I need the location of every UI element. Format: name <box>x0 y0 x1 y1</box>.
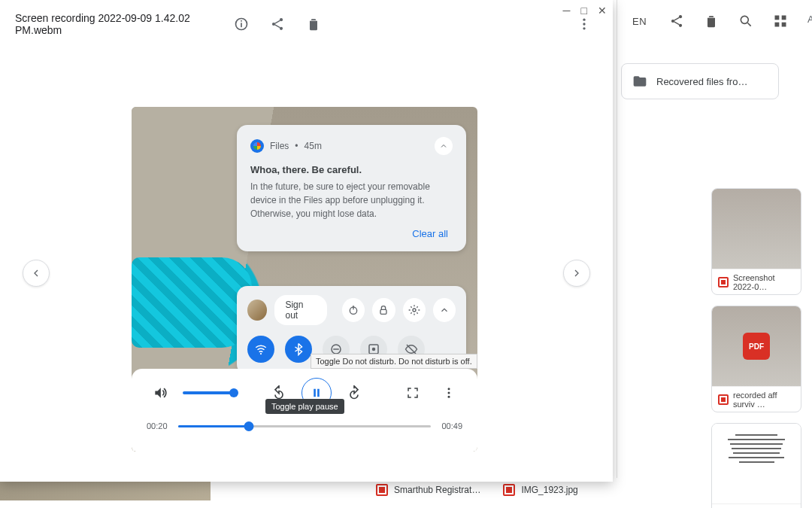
sort-icon[interactable]: AZ <box>807 14 812 29</box>
share-icon[interactable] <box>669 14 684 29</box>
info-button[interactable] <box>228 11 255 38</box>
language-badge[interactable]: EN <box>632 16 647 27</box>
notification-card: Files • 45m Whoa, there. Be careful. In … <box>237 125 466 251</box>
search-icon[interactable] <box>738 14 753 29</box>
viewer-header: Screen recording 2022-09-09 1.42.02 PM.w… <box>0 0 613 48</box>
play-pause-tooltip: Toggle play pause <box>265 399 344 414</box>
viewer-window-controls: ─ □ ✕ <box>563 5 607 17</box>
collapse-notification-button[interactable] <box>435 137 453 155</box>
svg-rect-30 <box>317 389 320 397</box>
file-thumb-aff-surviv[interactable]: aff surviv for robert.… <box>711 423 801 508</box>
thumb-label: Screenshot 2022-0… <box>733 273 795 291</box>
share-button[interactable] <box>264 11 291 38</box>
viewer-minimize-button[interactable]: ─ <box>563 5 571 17</box>
svg-point-23 <box>413 309 416 312</box>
video-frame: Files • 45m Whoa, there. Be careful. In … <box>132 107 477 452</box>
fullscreen-button[interactable] <box>399 379 426 406</box>
player-more-button[interactable] <box>435 379 462 406</box>
svg-rect-22 <box>380 309 386 314</box>
prev-media-button[interactable] <box>23 260 50 287</box>
files-app-icon <box>250 139 264 153</box>
expand-quick-settings-button[interactable] <box>433 298 456 322</box>
grid-view-icon[interactable] <box>773 14 788 29</box>
viewer-filename: Screen recording 2022-09-09 1.42.02 PM.w… <box>15 12 219 36</box>
user-avatar[interactable] <box>247 300 267 321</box>
svg-rect-6 <box>775 23 780 27</box>
image-file-icon <box>718 277 729 287</box>
svg-point-33 <box>448 396 450 398</box>
volume-slider[interactable] <box>183 391 234 394</box>
seek-duration: 00:49 <box>441 421 462 430</box>
svg-point-32 <box>448 392 450 394</box>
bluetooth-toggle[interactable] <box>285 336 312 363</box>
svg-point-19 <box>583 27 585 29</box>
svg-rect-12 <box>241 23 242 27</box>
svg-point-16 <box>280 27 283 30</box>
seek-current-time: 00:20 <box>147 421 168 430</box>
power-button[interactable] <box>342 298 365 322</box>
svg-rect-5 <box>782 16 786 20</box>
notification-title: Whoa, there. Be careful. <box>250 164 453 175</box>
svg-rect-13 <box>241 20 242 22</box>
notification-body: In the future, be sure to eject your rem… <box>250 180 453 221</box>
svg-point-24 <box>260 353 262 354</box>
sign-out-button[interactable]: Sign out <box>274 295 327 325</box>
seek-bar[interactable] <box>178 425 432 427</box>
pdf-badge-icon: PDF <box>743 333 770 360</box>
chip-label: Smarthub Registrat… <box>394 485 480 495</box>
image-file-icon <box>503 484 515 496</box>
wifi-toggle[interactable] <box>247 336 274 363</box>
file-thumb-screenshot[interactable]: Screenshot 2022-0… <box>711 188 801 295</box>
pdf-file-icon <box>376 484 388 496</box>
dot-separator: • <box>295 141 298 151</box>
svg-rect-29 <box>314 389 316 397</box>
svg-point-0 <box>679 15 682 18</box>
thumb-label: recorded aff surviv … <box>733 391 795 409</box>
viewer-maximize-button[interactable]: □ <box>581 5 587 17</box>
settings-gear-button[interactable] <box>403 298 426 322</box>
file-chip-smarthub[interactable]: Smarthub Registrat… <box>376 484 480 496</box>
svg-point-17 <box>583 19 585 21</box>
svg-point-31 <box>448 388 450 390</box>
pdf-file-icon <box>718 394 729 405</box>
files-content-area: Recovered files fro… <box>621 63 801 99</box>
thumbnail-column: Screenshot 2022-0… PDF recorded aff surv… <box>711 188 801 508</box>
seek-progress-fill <box>178 425 249 427</box>
svg-rect-7 <box>782 23 786 27</box>
forward-10-button[interactable] <box>341 379 368 406</box>
volume-button[interactable] <box>147 379 174 406</box>
notification-age: 45m <box>304 141 322 151</box>
svg-point-2 <box>679 24 682 27</box>
lock-button[interactable] <box>372 298 395 322</box>
svg-rect-26 <box>333 348 339 350</box>
folder-chip-label: Recovered files fro… <box>656 76 747 87</box>
file-chip-img1923[interactable]: IMG_1923.jpg <box>503 484 577 496</box>
next-media-button[interactable] <box>563 260 590 287</box>
svg-rect-4 <box>775 16 780 20</box>
delete-button[interactable] <box>300 11 327 38</box>
viewer-close-button[interactable]: ✕ <box>598 5 607 17</box>
delete-icon[interactable] <box>704 14 719 29</box>
clear-all-button[interactable]: Clear all <box>250 221 453 241</box>
dnd-tooltip: Toggle Do not disturb. Do not disturb is… <box>311 354 477 369</box>
media-viewer-window: ─ □ ✕ Screen recording 2022-09-09 1.42.0… <box>0 0 613 482</box>
svg-point-18 <box>583 23 585 25</box>
svg-point-14 <box>280 18 283 21</box>
svg-rect-21 <box>353 306 354 309</box>
seek-knob[interactable] <box>244 421 253 431</box>
svg-point-28 <box>372 348 376 351</box>
notification-app-name: Files <box>270 141 289 151</box>
file-thumb-recorded-aff[interactable]: PDF recorded aff surviv … <box>711 306 801 412</box>
bottom-file-chips: Smarthub Registrat… IMG_1923.jpg <box>376 484 578 496</box>
folder-icon <box>632 74 647 89</box>
files-toolbar: EN AZ <box>617 0 812 42</box>
chip-label: IMG_1923.jpg <box>521 485 577 495</box>
folder-chip-recovered[interactable]: Recovered files fro… <box>621 63 779 99</box>
svg-point-3 <box>741 16 748 23</box>
video-player-controls: Toggle play pause 00:20 00:49 <box>132 369 477 452</box>
